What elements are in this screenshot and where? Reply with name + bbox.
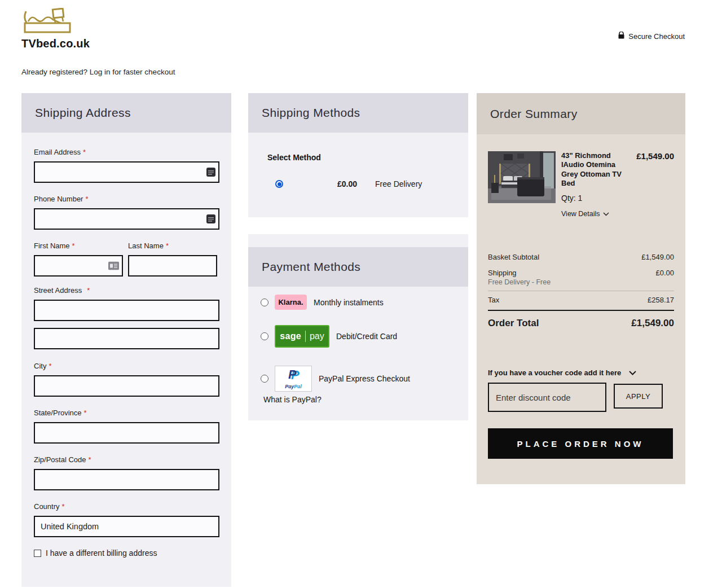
payment-option-sagepay[interactable]: sage pay Debit/Credit Card	[261, 325, 468, 348]
voucher-toggle[interactable]: If you have a voucher code add it here	[488, 368, 674, 377]
product-name: 43" Richmond IAudio Otemina Grey Ottoman…	[561, 151, 622, 188]
required-asterisk: *	[166, 242, 169, 250]
billing-address-checkbox[interactable]	[34, 550, 41, 557]
divider	[488, 291, 674, 291]
voucher-input-row: APPLY	[488, 383, 674, 412]
shipping-address-title: Shipping Address	[35, 106, 131, 120]
city-input[interactable]	[34, 375, 219, 397]
view-details-toggle[interactable]: View Details	[561, 210, 622, 218]
bed-logo-icon	[21, 26, 73, 36]
shipping-method-name: Free Delivery	[375, 179, 422, 188]
paypal-logo: P P PayPal	[275, 366, 312, 392]
chevron-down-icon	[629, 368, 636, 377]
city-label: City*	[34, 362, 219, 370]
state-label: State/Province*	[34, 409, 219, 417]
phone-input[interactable]	[34, 208, 219, 230]
apply-voucher-button[interactable]: APPLY	[614, 384, 663, 409]
shipping-address-header: Shipping Address	[21, 93, 231, 133]
last-name-group: Last Name*	[128, 242, 217, 277]
zip-field-group: Zip/Postal Code*	[34, 455, 219, 490]
paypal-wordmark: PayPal	[285, 384, 302, 389]
email-field-group: Email Address*	[34, 148, 219, 183]
autofill-icon	[206, 214, 215, 223]
sagepay-radio[interactable]	[261, 332, 268, 340]
shipping-method-radio[interactable]	[275, 180, 283, 188]
klarna-radio[interactable]	[261, 299, 268, 306]
country-select[interactable]: United Kingdom	[34, 516, 219, 537]
discount-code-input[interactable]	[488, 383, 606, 412]
sagepay-label: Debit/Credit Card	[336, 332, 397, 341]
brand-name: TVbed.co.uk	[21, 37, 123, 50]
product-price: £1,549.00	[636, 151, 674, 218]
shipping-methods-panel: Shipping Methods Select Method £0.00 Fre…	[248, 93, 468, 217]
state-field-group: State/Province*	[34, 409, 219, 444]
paypal-radio[interactable]	[261, 375, 268, 383]
shipping-methods-title: Shipping Methods	[262, 106, 360, 120]
last-name-input[interactable]	[128, 255, 217, 277]
divider	[488, 310, 674, 311]
billing-address-checkbox-label[interactable]: I have a different billing address	[46, 548, 157, 558]
order-totals: Basket Subtotal £1,549.00 Shipping £0.00…	[488, 253, 674, 329]
street-field-group: Street Address*	[34, 286, 219, 349]
street-label: Street Address*	[34, 286, 219, 295]
required-asterisk: *	[87, 286, 90, 295]
tax-label: Tax	[488, 296, 499, 304]
svg-text:P: P	[288, 368, 297, 381]
tax-value: £258.17	[648, 296, 674, 304]
shipping-method-price: £0.00	[337, 179, 357, 188]
product-info: 43" Richmond IAudio Otemina Grey Ottoman…	[556, 151, 622, 218]
required-asterisk: *	[89, 455, 91, 464]
required-asterisk: *	[49, 362, 51, 370]
shipping-method-row[interactable]: £0.00 Free Delivery	[267, 179, 468, 188]
product-qty: Qty: 1	[561, 194, 622, 203]
payment-methods-panel: Payment Methods Klarna. Monthly instalme…	[248, 234, 468, 420]
login-prompt[interactable]: Already registered? Log in for faster ch…	[21, 68, 175, 76]
voucher-section: If you have a voucher code add it here A…	[488, 368, 674, 412]
product-image	[488, 151, 556, 203]
country-field-group: Country* United Kingdom	[34, 502, 219, 537]
shipping-total-value: £0.00	[655, 269, 674, 277]
order-summary-title: Order Summary	[490, 107, 578, 121]
lock-icon	[618, 32, 624, 41]
shipping-total-note: Free Delivery - Free	[488, 278, 674, 286]
order-summary-panel: Order Summary	[477, 93, 685, 484]
payment-methods-header: Payment Methods	[248, 247, 468, 287]
brand-logo[interactable]: TVbed.co.uk	[21, 8, 123, 50]
last-name-label: Last Name*	[128, 242, 217, 250]
street-address-input-1[interactable]	[34, 300, 219, 321]
required-asterisk: *	[83, 148, 86, 156]
payment-methods-title: Payment Methods	[262, 260, 360, 274]
autofill-icon	[206, 168, 215, 177]
first-name-label: First Name*	[34, 242, 123, 250]
payment-methods-body: Klarna. Monthly instalments sage pay Deb…	[248, 295, 468, 404]
required-asterisk: *	[85, 195, 88, 203]
contact-card-icon	[108, 262, 119, 270]
checkout-page: TVbed.co.uk Secure Checkout Already regi…	[0, 0, 722, 588]
what-is-paypal-link[interactable]: What is PayPal?	[263, 395, 468, 404]
order-total-label: Order Total	[488, 318, 539, 329]
payment-option-klarna[interactable]: Klarna. Monthly instalments	[261, 295, 468, 310]
order-summary-header: Order Summary	[477, 93, 685, 134]
paypal-monogram-icon: P P	[287, 368, 300, 384]
email-input[interactable]	[34, 161, 219, 183]
first-name-group: First Name*	[34, 242, 123, 277]
place-order-button[interactable]: PLACE ORDER NOW	[488, 428, 673, 459]
required-asterisk: *	[62, 502, 65, 511]
select-method-label: Select Method	[267, 153, 468, 162]
street-address-input-2[interactable]	[34, 328, 219, 349]
secure-checkout-label: Secure Checkout	[628, 32, 685, 41]
zip-label: Zip/Postal Code*	[34, 455, 219, 464]
payment-option-paypal[interactable]: P P PayPal PayPal Express Checkout	[261, 366, 468, 392]
shipping-methods-body: Select Method £0.00 Free Delivery	[248, 133, 468, 188]
billing-address-row: I have a different billing address	[34, 548, 219, 558]
required-asterisk: *	[72, 242, 75, 250]
zip-input[interactable]	[34, 469, 219, 490]
subtotal-label: Basket Subtotal	[488, 253, 539, 261]
state-input[interactable]	[34, 422, 219, 444]
country-selected-value: United Kingdom	[41, 522, 99, 531]
sagepay-logo: sage pay	[275, 325, 329, 348]
order-total-value: £1,549.00	[631, 318, 674, 329]
phone-label: Phone Number*	[34, 195, 219, 203]
shipping-total-label: Shipping	[488, 269, 517, 277]
cart-item: 43" Richmond IAudio Otemina Grey Ottoman…	[488, 151, 674, 218]
